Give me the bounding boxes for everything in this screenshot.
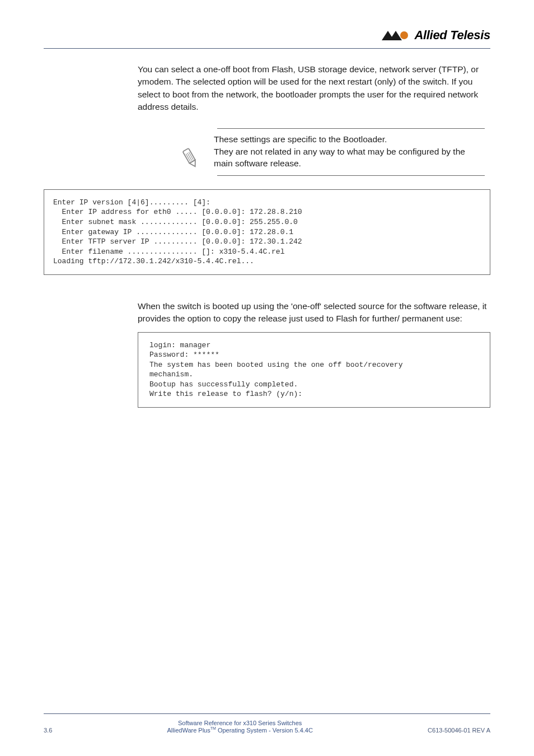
- svg-point-2: [400, 31, 408, 39]
- svg-marker-4: [189, 160, 198, 168]
- code-block-2: login: manager Password: ****** The syst…: [138, 332, 490, 408]
- footer-title-1: Software Reference for x310 Series Switc…: [52, 720, 428, 726]
- logo-text: Allied Telesis: [414, 28, 490, 43]
- footer-title-2: AlliedWare PlusTM Operating System - Ver…: [52, 726, 428, 734]
- paragraph-1: You can select a one-off boot from Flash…: [138, 63, 490, 114]
- footer-page-number: 3.6: [44, 727, 52, 734]
- note-line-2: They are not related in any way to what …: [214, 146, 485, 170]
- svg-line-6: [188, 153, 192, 161]
- page-header: Allied Telesis: [44, 28, 490, 49]
- logo: Allied Telesis: [382, 28, 490, 43]
- paragraph-2: When the switch is booted up using the '…: [138, 300, 490, 325]
- note-line-1: These settings are specific to the Bootl…: [214, 133, 485, 146]
- note-icon: [178, 144, 204, 170]
- svg-marker-1: [390, 31, 402, 40]
- note-block: These settings are specific to the Bootl…: [178, 128, 485, 176]
- page-footer: 3.6 Software Reference for x310 Series S…: [44, 713, 490, 734]
- logo-icon: [382, 30, 411, 41]
- footer-revision: C613-50046-01 REV A: [428, 727, 490, 734]
- code-block-1: Enter IP version [4|6]......... [4]: Ent…: [44, 189, 490, 275]
